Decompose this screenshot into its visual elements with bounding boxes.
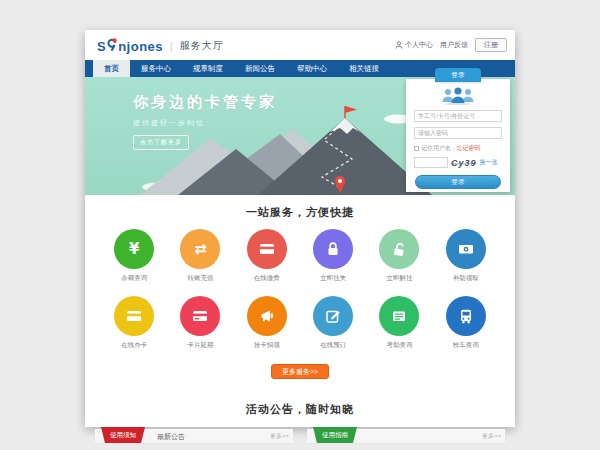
hero-copy: 你身边的卡管专家 提供捷径一步到位 点击了解更多 [133, 93, 277, 150]
user-center-label: 个人中心 [405, 40, 433, 50]
divider: | [453, 146, 455, 152]
service-report-loss[interactable]: 立即挂失 [302, 229, 364, 283]
tab-usage-notice[interactable]: 使用须知 [101, 427, 145, 443]
remember-label: 记住用户名 [421, 144, 451, 153]
captcha-input[interactable] [414, 157, 448, 168]
page: S njones | 服务大厅 个人中心 用户反馈 注册 [85, 30, 515, 427]
service-label: 卡片延期 [169, 341, 231, 350]
unlock-icon [379, 229, 419, 269]
yen-glyph: ¥ [129, 242, 139, 257]
notice-panel: 使用须知 最新公告 更多>> [95, 429, 293, 444]
service-label: 拾卡招领 [236, 341, 298, 350]
service-school-bus[interactable]: 校车查询 [435, 296, 497, 350]
notice-more-link[interactable]: 更多>> [270, 429, 289, 444]
service-label: 在线预订 [302, 341, 364, 350]
announcement-panels: 使用须知 最新公告 更多>> 使用指南 更多>> [85, 429, 515, 444]
user-feedback-link[interactable]: 用户反馈 [440, 40, 468, 50]
services-row-1: ¥ 余额查询 ⇄ 转账充值 在线缴费 立即挂失 立即解挂 [85, 229, 515, 283]
register-button[interactable]: 注册 [475, 38, 507, 52]
service-label: 立即挂失 [302, 274, 364, 283]
site-name: 服务大厅 [180, 39, 224, 53]
forgot-password-link[interactable]: 忘记密码 [457, 144, 481, 153]
tab-usage-guide[interactable]: 使用指南 [313, 427, 357, 443]
login-panel: 登录 记住用户名 | 忘记密码 Cy39 换一张 [406, 68, 510, 192]
nav-item-home[interactable]: 首页 [93, 60, 130, 77]
notice-panel-header: 使用须知 最新公告 更多>> [95, 429, 293, 444]
login-tab[interactable]: 登录 [435, 68, 481, 82]
user-center-link[interactable]: 个人中心 [395, 40, 433, 50]
site-header: S njones | 服务大厅 个人中心 用户反馈 注册 [85, 30, 515, 60]
transfer-glyph: ⇄ [194, 242, 207, 257]
account-input[interactable] [414, 110, 502, 122]
service-label: 余额查询 [103, 274, 165, 283]
logo-swirl-icon [107, 37, 117, 55]
services-title: 一站服务，方便快捷 [85, 195, 515, 220]
banknote-icon [446, 229, 486, 269]
service-subsidy[interactable]: 补助领取 [435, 229, 497, 283]
lock-icon [313, 229, 353, 269]
service-transfer[interactable]: ⇄ 转账充值 [169, 229, 231, 283]
password-input[interactable] [414, 127, 502, 139]
more-services-button[interactable]: 更多服务>> [271, 364, 329, 379]
remember-row: 记住用户名 | 忘记密码 [414, 144, 502, 153]
logo-text-2: njones [118, 39, 163, 54]
captcha-row: Cy39 换一张 [414, 157, 502, 168]
user-feedback-label: 用户反馈 [440, 40, 468, 50]
bus-icon [446, 296, 486, 336]
card-icon [180, 296, 220, 336]
person-icon [395, 41, 403, 49]
service-balance[interactable]: ¥ 余额查询 [103, 229, 165, 283]
yen-icon: ¥ [114, 229, 154, 269]
nav-item-help[interactable]: 帮助中心 [286, 60, 338, 77]
guide-panel: 使用指南 更多>> [307, 429, 505, 444]
service-label: 转账充值 [169, 274, 231, 283]
service-apply-card[interactable]: 在线办卡 [103, 296, 165, 350]
service-online-booking[interactable]: 在线预订 [302, 296, 364, 350]
services-row-2: 在线办卡 卡片延期 拾卡招领 在线预订 考勤查询 [85, 296, 515, 350]
logo[interactable]: S njones | 服务大厅 [97, 37, 224, 55]
nav-item-rules[interactable]: 规章制度 [182, 60, 234, 77]
service-online-payment[interactable]: 在线缴费 [236, 229, 298, 283]
nav-item-links[interactable]: 相关链接 [338, 60, 390, 77]
hero-cta-button[interactable]: 点击了解更多 [133, 135, 189, 150]
nav-item-service-center[interactable]: 服务中心 [130, 60, 182, 77]
header-utilities: 个人中心 用户反馈 注册 [395, 38, 507, 52]
guide-panel-header: 使用指南 更多>> [307, 429, 505, 444]
card-icon [114, 296, 154, 336]
hero-title: 你身边的卡管专家 [133, 93, 277, 112]
service-label: 校车查询 [435, 341, 497, 350]
edit-icon [313, 296, 353, 336]
announcements-title: 活动公告，随时知晓 [85, 392, 515, 417]
service-label: 补助领取 [435, 274, 497, 283]
service-label: 在线办卡 [103, 341, 165, 350]
captcha-image: Cy39 [451, 158, 477, 168]
login-submit-button[interactable]: 登录 [415, 175, 501, 189]
service-attendance[interactable]: 考勤查询 [368, 296, 430, 350]
users-icon [440, 86, 476, 105]
nav-item-news[interactable]: 新闻公告 [234, 60, 286, 77]
list-icon [379, 296, 419, 336]
service-label: 考勤查询 [368, 341, 430, 350]
login-form: 记住用户名 | 忘记密码 Cy39 换一张 登录 [406, 79, 510, 192]
service-lost-found[interactable]: 拾卡招领 [236, 296, 298, 350]
card-icon [247, 229, 287, 269]
megaphone-icon [247, 296, 287, 336]
logo-separator: | [170, 41, 173, 52]
refresh-captcha-link[interactable]: 换一张 [480, 158, 498, 167]
service-unfreeze[interactable]: 立即解挂 [368, 229, 430, 283]
guide-more-link[interactable]: 更多>> [482, 429, 501, 444]
service-label: 立即解挂 [368, 274, 430, 283]
tab-latest-announcements[interactable]: 最新公告 [157, 429, 185, 444]
remember-checkbox[interactable] [414, 146, 419, 151]
logo-text-1: S [97, 39, 106, 54]
transfer-icon: ⇄ [180, 229, 220, 269]
hero-subtitle: 提供捷径一步到位 [133, 118, 277, 128]
service-label: 在线缴费 [236, 274, 298, 283]
service-card-extension[interactable]: 卡片延期 [169, 296, 231, 350]
